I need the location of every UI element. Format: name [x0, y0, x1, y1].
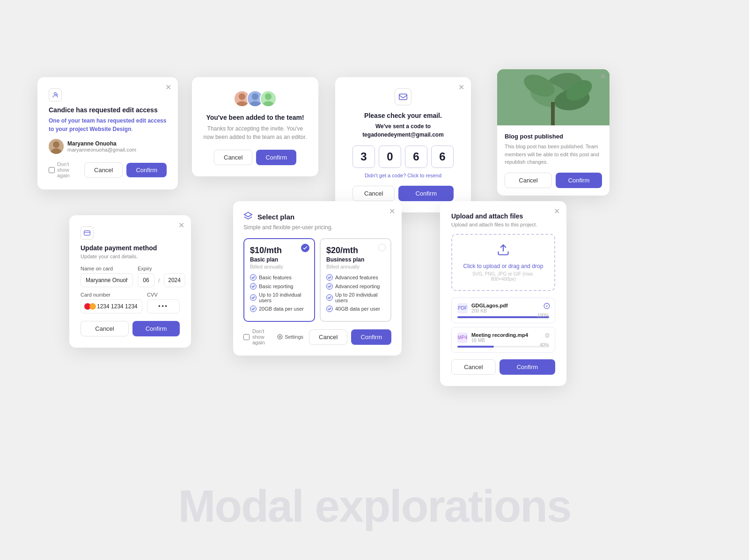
user-info: Maryanne Onuoha maryanneonuoha@gmail.com: [67, 140, 136, 153]
svg-point-23: [279, 336, 281, 338]
modal-title: Select plan: [257, 213, 294, 221]
cancel-button[interactable]: Cancel: [81, 321, 129, 336]
mp4-icon: MP4: [457, 333, 468, 343]
feature-1: Basic features: [250, 274, 308, 281]
resend-link[interactable]: Click to resend: [407, 173, 441, 178]
feature-4: 20GB data per user: [250, 305, 308, 312]
modal-title: You've been added to the team!: [203, 114, 307, 121]
feature-2: Basic reporting: [250, 283, 308, 290]
dont-show-checkbox[interactable]: [49, 167, 55, 173]
modal-header: Select plan: [243, 211, 391, 222]
progress-percent: 40%: [540, 342, 549, 348]
modal-footer: Cancel Confirm: [346, 186, 460, 201]
dont-show-label[interactable]: Don't show again: [49, 161, 81, 178]
confirm-button[interactable]: Confirm: [398, 186, 454, 201]
modal-desc: One of your team has requested edit acce…: [49, 116, 167, 133]
avatar-3: [260, 90, 277, 107]
file-size: 16 MB: [471, 338, 549, 343]
user-name: Maryanne Onuoha: [67, 140, 136, 147]
avatar: [49, 139, 64, 154]
cancel-button[interactable]: Cancel: [451, 359, 496, 375]
modal-title: Update payment method: [81, 244, 180, 252]
upload-icon: [461, 243, 546, 259]
plan-basic[interactable]: $10/mth Basic plan Billed annually Basic…: [243, 238, 315, 322]
plan-billing: Billed annually: [250, 264, 308, 269]
file-delete-icon[interactable]: [544, 332, 550, 340]
close-button[interactable]: ✕: [178, 222, 184, 229]
mastercard-icon: [84, 303, 96, 310]
close-button[interactable]: ✕: [165, 84, 171, 91]
avatars-group: [203, 90, 307, 107]
user-row: Maryanne Onuoha maryanneonuoha@gmail.com: [49, 139, 167, 154]
feature-3: Up to 20 individual users: [326, 292, 385, 303]
plan-business[interactable]: $20/mth Business plan Billed annually Ad…: [320, 238, 391, 322]
upload-area[interactable]: Click to upload or drag and drop SVG, PN…: [451, 234, 555, 291]
plan-price: $10/mth: [250, 246, 308, 255]
close-button[interactable]: ✕: [600, 73, 606, 80]
modal-desc: This blog post has been published. Team …: [505, 143, 602, 166]
progress-bar: [457, 346, 494, 348]
confirm-button[interactable]: Confirm: [499, 359, 555, 375]
cancel-button[interactable]: Cancel: [309, 329, 347, 345]
dont-show-checkbox[interactable]: [243, 334, 250, 340]
expiry-month[interactable]: [138, 273, 154, 287]
confirm-button[interactable]: Confirm: [256, 150, 296, 165]
code-digit-2[interactable]: 0: [379, 145, 401, 168]
confirm-button[interactable]: Confirm: [126, 163, 167, 177]
settings-link[interactable]: Settings: [277, 334, 303, 340]
code-digit-3[interactable]: 6: [405, 145, 427, 168]
svg-point-5: [239, 93, 245, 100]
edit-access-modal: ✕ Candice has requested edit access One …: [37, 77, 178, 189]
file-name: Meeting recording.mp4: [471, 332, 549, 338]
user-email: maryanneonuoha@gmail.com: [67, 147, 136, 153]
selected-badge: [301, 244, 309, 252]
resend-text: Didn't get a code? Click to resend: [346, 173, 460, 178]
code-digit-4[interactable]: 6: [431, 145, 454, 168]
confirm-button[interactable]: Confirm: [556, 173, 602, 188]
modal-footer: Cancel Confirm: [203, 150, 307, 165]
email-code-modal: ✕ Please check your email. We've sent a …: [335, 77, 471, 212]
file-check-icon[interactable]: [543, 303, 550, 311]
cancel-button[interactable]: Cancel: [352, 186, 395, 201]
plan-name: Basic plan: [250, 256, 308, 263]
card-label: Card number: [81, 292, 142, 298]
cancel-button[interactable]: Cancel: [505, 173, 552, 188]
svg-point-11: [265, 93, 272, 100]
feature-4: 40GB data per user: [326, 305, 385, 312]
modal-title: Upload and attach files: [451, 212, 555, 220]
upload-files-modal: ✕ Upload and attach files Upload and att…: [440, 201, 566, 386]
file-item-pdf: PDF GDGLagos.pdf 200 KB 100%: [451, 298, 555, 323]
code-digit-1[interactable]: 3: [352, 145, 375, 168]
modal-desc: We've sent a code to tegadonedeyment@gma…: [346, 122, 460, 139]
team-added-modal: You've been added to the team! Thanks fo…: [192, 77, 318, 176]
name-input[interactable]: [81, 273, 133, 287]
payment-modal: ✕ Update payment method Update your card…: [69, 215, 191, 348]
file-header: MP4 Meeting recording.mp4 16 MB: [457, 332, 549, 343]
progress-bar-wrap: [457, 346, 549, 348]
click-to-upload[interactable]: Click to upload: [463, 263, 500, 269]
plans-container: $10/mth Basic plan Billed annually Basic…: [243, 238, 391, 322]
upload-hint: SVG, PNG, JPG or GIF (max. 800×400px): [461, 271, 546, 282]
confirm-button[interactable]: Confirm: [132, 321, 180, 336]
close-button[interactable]: ✕: [554, 208, 560, 215]
svg-rect-13: [399, 94, 407, 100]
expiry-row: /: [138, 273, 180, 287]
dont-show-label[interactable]: Don't show again: [243, 328, 277, 345]
confirm-button[interactable]: Confirm: [351, 329, 391, 345]
modal-desc: Upload and attach files to this project.: [451, 222, 555, 227]
modal-footer: Don't show again Cancel Confirm: [49, 161, 167, 178]
modal-footer: Cancel Confirm: [451, 359, 555, 375]
close-button[interactable]: ✕: [389, 208, 395, 215]
plan-billing: Billed annually: [326, 264, 385, 269]
expiry-year[interactable]: [164, 273, 185, 287]
close-button[interactable]: ✕: [458, 84, 464, 91]
modal-title: Please check your email.: [346, 112, 460, 119]
svg-point-8: [252, 93, 258, 100]
cancel-button[interactable]: Cancel: [84, 162, 123, 178]
modal-content: Blog post published This blog post has b…: [497, 125, 609, 196]
pdf-icon: PDF: [457, 303, 468, 313]
svg-rect-20: [551, 102, 555, 125]
cancel-button[interactable]: Cancel: [214, 150, 252, 165]
layers-icon: [243, 211, 253, 222]
cvv-input[interactable]: [147, 299, 180, 313]
